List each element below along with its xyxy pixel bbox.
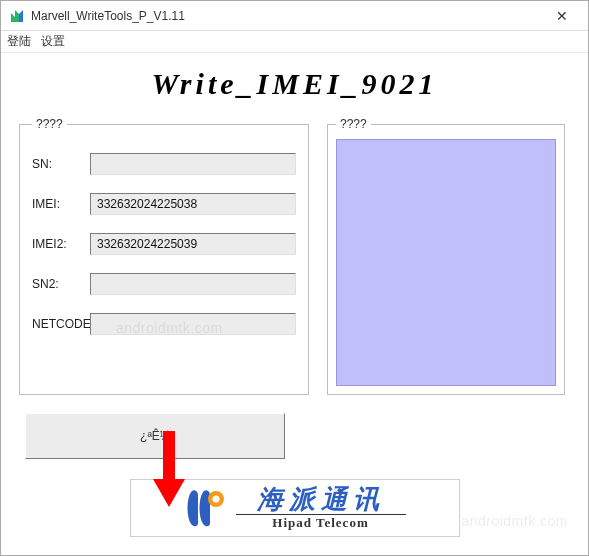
- app-icon: [9, 8, 25, 24]
- row-sn: SN:: [32, 153, 296, 175]
- window-title: Marvell_WriteTools_P_V1.11: [31, 9, 540, 23]
- preview-panel: [336, 139, 556, 386]
- imei-input[interactable]: [90, 193, 296, 215]
- watermark: androidmtk.com: [461, 513, 568, 529]
- sn2-input[interactable]: [90, 273, 296, 295]
- close-icon: ✕: [556, 8, 568, 24]
- row-sn2: SN2:: [32, 273, 296, 295]
- label-netcode: NETCODE: [32, 317, 84, 331]
- menu-login[interactable]: 登陆: [7, 33, 31, 50]
- label-sn: SN:: [32, 157, 84, 171]
- row-imei: IMEI:: [32, 193, 296, 215]
- menu-settings[interactable]: 设置: [41, 33, 65, 50]
- content-area: Write_IMEI_9021 ???? SN: IMEI: IMEI2:: [1, 53, 588, 545]
- page-title: Write_IMEI_9021: [19, 67, 570, 101]
- hipad-logo-icon: [184, 487, 226, 529]
- logo-text-cn: 海派通讯: [257, 486, 385, 515]
- write-button-label: ¿ªÊ¼: [140, 429, 170, 443]
- write-button[interactable]: ¿ªÊ¼: [25, 413, 285, 459]
- footer-logo: 海派通讯 Hipad Telecom: [130, 479, 460, 537]
- close-button[interactable]: ✕: [540, 2, 584, 30]
- svg-point-3: [212, 496, 219, 503]
- label-sn2: SN2:: [32, 277, 84, 291]
- logo-text-en: Hipad Telecom: [236, 514, 406, 530]
- row-netcode: NETCODE: [32, 313, 296, 335]
- label-imei: IMEI:: [32, 197, 84, 211]
- inputs-legend: ????: [32, 117, 67, 131]
- preview-legend: ????: [336, 117, 371, 131]
- sn-input[interactable]: [90, 153, 296, 175]
- inputs-group: ???? SN: IMEI: IMEI2: SN2:: [19, 117, 309, 395]
- row-imei2: IMEI2:: [32, 233, 296, 255]
- menubar: 登陆 设置: [1, 31, 588, 53]
- preview-group: ????: [327, 117, 565, 395]
- imei2-input[interactable]: [90, 233, 296, 255]
- label-imei2: IMEI2:: [32, 237, 84, 251]
- netcode-input[interactable]: [90, 313, 296, 335]
- titlebar: Marvell_WriteTools_P_V1.11 ✕: [1, 1, 588, 31]
